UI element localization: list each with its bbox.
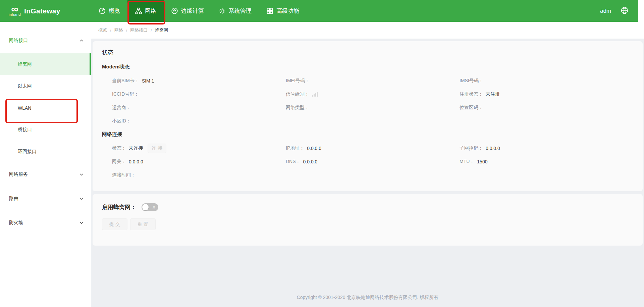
sidebar-menu: 网络接口 蜂窝网 以太网 WLAN 桥接口 环回接口 bbox=[0, 22, 91, 307]
nav-item-label: 高级功能 bbox=[276, 7, 299, 15]
language-globe-icon[interactable] bbox=[621, 6, 629, 16]
field-connection-status: 状态： 未连接 连 接 bbox=[112, 142, 286, 155]
breadcrumb-item-current: 蜂窝网 bbox=[155, 27, 168, 33]
sidebar-item-label: 网络接口 bbox=[9, 38, 28, 44]
nav-item-network[interactable]: 网络 bbox=[127, 0, 164, 22]
breadcrumb-item[interactable]: 网络接口 bbox=[130, 27, 148, 33]
modem-status-heading: Modem状态 bbox=[102, 64, 633, 70]
field-registration-status: 注册状态： 未注册 bbox=[460, 88, 633, 101]
field-mtu: MTU： 1500 bbox=[460, 155, 633, 168]
chevron-down-icon bbox=[79, 197, 84, 201]
sidebar-item-firewall[interactable]: 防火墙 bbox=[0, 211, 91, 235]
sidebar-item-bridge[interactable]: 桥接口 bbox=[0, 119, 91, 141]
field-dns: DNS： 0.0.0.0 bbox=[286, 155, 460, 168]
nav-item-label: 系统管理 bbox=[229, 7, 252, 15]
modem-status-grid: 当前SIM卡： SIM 1 IMEI号码： IMSI号码： ICCID号码： bbox=[112, 74, 633, 128]
enable-cellular-card: 启用蜂窝网： X 提 交 重 置 bbox=[93, 194, 643, 246]
sidebar-item-label: 蜂窝网 bbox=[18, 61, 32, 67]
field-cell-id: 小区ID： bbox=[112, 114, 286, 128]
enable-cellular-label: 启用蜂窝网： bbox=[102, 203, 136, 211]
chevron-up-icon bbox=[79, 39, 84, 43]
network-tree-icon bbox=[135, 7, 142, 14]
sidebar-item-ethernet[interactable]: 以太网 bbox=[0, 75, 91, 97]
dashboard-icon bbox=[99, 7, 106, 14]
username-menu[interactable]: adm bbox=[600, 8, 611, 14]
field-ip-address: IP地址： 0.0.0.0 bbox=[286, 142, 460, 155]
network-connection-heading: 网络连接 bbox=[102, 131, 633, 138]
sidebar-item-label: 防火墙 bbox=[9, 220, 23, 226]
top-navbar: ∞ inhand InGateway 概览 网络 bbox=[0, 0, 644, 22]
nav-item-advanced-features[interactable]: 高级功能 bbox=[259, 0, 307, 22]
network-connection-grid: 状态： 未连接 连 接 IP地址： 0.0.0.0 子网掩码： 0.0.0.0 … bbox=[112, 142, 633, 182]
nav-item-label: 边缘计算 bbox=[181, 7, 204, 15]
appstore-grid-icon bbox=[266, 7, 273, 14]
sidebar-submenu: 蜂窝网 以太网 WLAN 桥接口 环回接口 bbox=[0, 51, 91, 162]
breadcrumb-item[interactable]: 网络 bbox=[114, 27, 123, 33]
signal-bars-icon bbox=[312, 92, 318, 97]
scrollbar-gutter bbox=[638, 0, 644, 22]
brand-name: InGateway bbox=[24, 7, 60, 15]
sidebar-item-network-interface[interactable]: 网络接口 bbox=[0, 30, 91, 51]
inhand-logo-icon: ∞ inhand bbox=[9, 5, 21, 16]
field-iccid: ICCID号码： bbox=[112, 88, 286, 101]
connect-button[interactable]: 连 接 bbox=[148, 144, 166, 153]
field-gateway: 网关： 0.0.0.0 bbox=[112, 155, 286, 168]
sidebar-item-routing[interactable]: 路由 bbox=[0, 187, 91, 211]
nav-item-edge-computing[interactable]: 边缘计算 bbox=[164, 0, 211, 22]
breadcrumb-item[interactable]: 概览 bbox=[98, 27, 107, 33]
nav-item-system-management[interactable]: 系统管理 bbox=[211, 0, 259, 22]
sidebar-item-wlan[interactable]: WLAN bbox=[0, 97, 91, 119]
status-card-title: 状态 bbox=[102, 49, 633, 56]
toggle-knob bbox=[142, 204, 149, 210]
sidebar-item-label: WLAN bbox=[18, 105, 31, 111]
sidebar-item-loopback[interactable]: 环回接口 bbox=[0, 141, 91, 162]
gear-icon bbox=[219, 7, 226, 14]
nav-item-label: 概览 bbox=[109, 7, 120, 15]
nav-item-overview[interactable]: 概览 bbox=[91, 0, 127, 22]
field-network-type: 网络类型： bbox=[286, 101, 460, 114]
sidebar-item-cellular[interactable]: 蜂窝网 bbox=[0, 53, 91, 75]
sidebar-item-network-services[interactable]: 网络服务 bbox=[0, 162, 91, 187]
brand-logo[interactable]: ∞ inhand InGateway bbox=[0, 0, 91, 22]
edge-computing-icon bbox=[171, 7, 178, 14]
enable-cellular-toggle[interactable]: X bbox=[142, 203, 158, 211]
sidebar-item-label: 环回接口 bbox=[18, 149, 37, 155]
field-netmask: 子网掩码： 0.0.0.0 bbox=[460, 142, 633, 155]
field-current-sim: 当前SIM卡： SIM 1 bbox=[112, 74, 286, 88]
main-nav: 概览 网络 边缘计算 bbox=[91, 0, 307, 22]
breadcrumb: 概览 / 网络 / 网络接口 / 蜂窝网 bbox=[91, 22, 644, 39]
status-card: 状态 Modem状态 当前SIM卡： SIM 1 IMEI号码： IMSI号码： bbox=[93, 41, 643, 191]
field-operator: 运营商： bbox=[112, 101, 286, 114]
field-imei: IMEI号码： bbox=[286, 74, 460, 88]
field-signal-level: 信号级别： bbox=[286, 88, 460, 101]
chevron-down-icon bbox=[79, 172, 84, 176]
nav-item-label: 网络 bbox=[145, 7, 156, 15]
toggle-off-mark: X bbox=[153, 205, 155, 210]
sidebar-item-label: 网络服务 bbox=[9, 171, 28, 177]
field-imsi: IMSI号码： bbox=[460, 74, 633, 88]
chevron-down-icon bbox=[79, 221, 84, 225]
field-lac: 位置区码： bbox=[460, 101, 633, 114]
sidebar-item-label: 桥接口 bbox=[18, 127, 32, 133]
sidebar-item-label: 路由 bbox=[9, 196, 18, 202]
field-connection-time: 连接时间： bbox=[112, 168, 286, 182]
content-area: 状态 Modem状态 当前SIM卡： SIM 1 IMEI号码： IMSI号码： bbox=[91, 39, 644, 307]
reset-button[interactable]: 重 置 bbox=[130, 218, 156, 230]
sidebar-item-label: 以太网 bbox=[18, 83, 32, 89]
copyright-footer: Copyright © 2001-2020 北京映翰通网络技术股份有限公司. 版… bbox=[93, 295, 643, 301]
submit-button[interactable]: 提 交 bbox=[102, 218, 127, 230]
